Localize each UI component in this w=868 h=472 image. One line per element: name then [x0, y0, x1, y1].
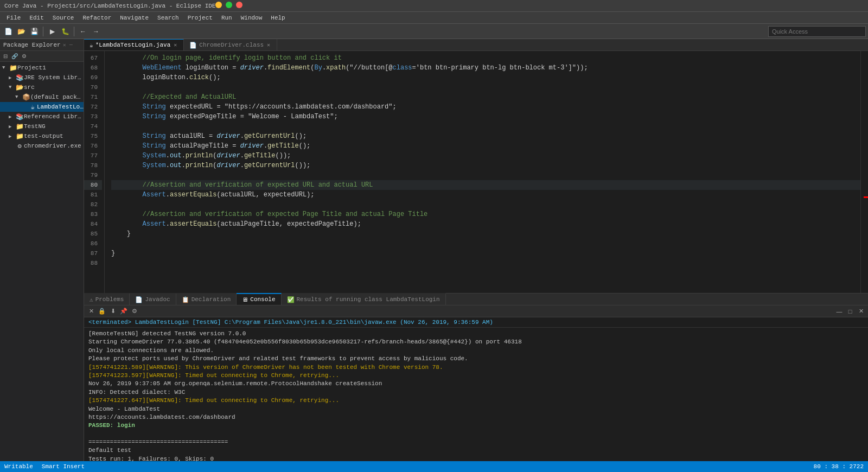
line-numbers: 6768697071727374757677787980818283848586…	[84, 51, 105, 293]
console-line: [1574741227.647][WARNING]: Timed out con…	[88, 397, 864, 405]
panel-minimize[interactable]: —	[834, 307, 844, 316]
editor-tab-chromedriver-class[interactable]: 📄ChromeDriver.class✕	[184, 39, 277, 50]
code-line-76: String actualPageTitle = driver.getTitle…	[111, 141, 860, 151]
console-line: =======================================	[88, 438, 864, 447]
menu-navigate[interactable]: Navigate	[116, 12, 153, 23]
bottom-tab-console[interactable]: 🖥Console	[237, 293, 281, 305]
bottom-tab-label: Javadoc	[145, 296, 170, 303]
console-settings[interactable]: ⚙	[130, 307, 139, 316]
code-line-83: //Assertion and verification of expected…	[111, 209, 860, 219]
panel-close[interactable]: ✕	[856, 307, 866, 316]
bottom-tab-javadoc[interactable]: 📄Javadoc	[130, 293, 176, 305]
tab-close[interactable]: ✕	[173, 42, 178, 48]
console-line: [1574741223.597][WARNING]: Timed out con…	[88, 372, 864, 380]
line-number-68: 68	[84, 63, 102, 73]
pe-collapse-all[interactable]: ⊟	[1, 52, 10, 61]
console-pin[interactable]: 📌	[119, 307, 129, 316]
menu-help[interactable]: Help	[266, 12, 289, 23]
pe-link-editor[interactable]: 🔗	[10, 52, 19, 61]
quick-access-input[interactable]	[768, 26, 866, 37]
bottom-tab-problems[interactable]: ⚠Problems	[84, 293, 130, 305]
tree-item-src[interactable]: ▼📂src	[0, 82, 84, 92]
menu-file[interactable]: File	[2, 12, 25, 23]
minimize-button[interactable]	[215, 2, 222, 8]
code-line-79	[111, 170, 860, 180]
line-number-70: 70	[84, 82, 102, 92]
line-number-86: 86	[84, 239, 102, 248]
status-position: 80 : 38 : 2722	[814, 463, 864, 470]
code-editor[interactable]: 6768697071727374757677787980818283848586…	[84, 51, 868, 293]
line-number-71: 71	[84, 92, 102, 102]
maximize-button[interactable]	[226, 2, 232, 8]
bottom-tab-icon: ✅	[287, 296, 295, 303]
pe-settings[interactable]: ⚙	[20, 52, 28, 61]
line-number-82: 82	[84, 200, 102, 209]
tree-item-test-output[interactable]: ▶📁test-output	[0, 131, 84, 141]
line-number-78: 78	[84, 161, 102, 170]
console-line: Default test	[88, 447, 864, 455]
bottom-tab-results-of-running-class-lambdatestlogin[interactable]: ✅Results of running class LambdaTestLogi…	[282, 293, 446, 305]
line-number-77: 77	[84, 151, 102, 161]
menu-window[interactable]: Window	[237, 12, 267, 23]
toolbar-open[interactable]: 📂	[15, 25, 27, 37]
toolbar-run[interactable]: ▶	[46, 25, 58, 37]
console-line: INFO: Detected dialect: W3C	[88, 388, 864, 397]
bottom-tab-label: Declaration	[192, 296, 231, 303]
tree-item-referenced-libraries[interactable]: ▶📚Referenced Libraries	[0, 112, 84, 122]
console-scroll-end[interactable]: ⬇	[108, 307, 118, 316]
menu-edit[interactable]: Edit	[25, 12, 48, 23]
menu-source[interactable]: Source	[48, 12, 79, 23]
bottom-tab-declaration[interactable]: 📋Declaration	[176, 293, 237, 305]
tree-icon: 📚	[15, 74, 24, 82]
tab-close[interactable]: ✕	[266, 42, 271, 48]
menu-search[interactable]: Search	[153, 12, 183, 23]
tab-label: *LambdaTestLogin.java	[95, 42, 171, 48]
tree-item-project1[interactable]: ▼📁Project1	[0, 63, 84, 73]
code-content[interactable]: //On login page, identify login button a…	[105, 51, 860, 293]
toolbar-debug[interactable]: 🐛	[59, 25, 71, 37]
menu-run[interactable]: Run	[217, 12, 237, 23]
console-line: Tests run: 1, Failures: 0, Skips: 0	[88, 455, 864, 461]
console-clear[interactable]: ✕	[86, 307, 96, 316]
console-output[interactable]: [RemoteTestNG] detected TestNG version 7…	[84, 328, 868, 461]
bottom-tab-icon: 📄	[135, 296, 143, 303]
tree-item-lambdatestlogin-ja[interactable]: ☕LambdaTestLogin.ja	[0, 102, 84, 112]
editor-tab--lambdatestlogin-java[interactable]: ☕*LambdaTestLogin.java✕	[84, 39, 184, 50]
tree-icon: 📁	[15, 123, 24, 131]
toolbar-forward[interactable]: →	[90, 25, 102, 37]
toolbar-save[interactable]: 💾	[28, 25, 40, 37]
menu-project[interactable]: Project	[183, 12, 217, 23]
close-button[interactable]	[236, 2, 242, 8]
menu-bar: FileEditSourceRefactorNavigateSearchProj…	[0, 12, 868, 24]
error-annotation	[864, 196, 868, 198]
tree-item-testng[interactable]: ▶📁TestNG	[0, 122, 84, 131]
toolbar-new[interactable]: 📄	[2, 25, 14, 37]
code-line-75: String actualURL = driver.getCurrentUrl(…	[111, 131, 860, 141]
console-scroll-lock[interactable]: 🔒	[97, 307, 107, 316]
console-line: [1574741221.589][WARNING]: This version …	[88, 363, 864, 372]
tree-icon: 📁	[9, 64, 17, 72]
tree-item-chromedriver-exe[interactable]: ⚙chromedriver.exe	[0, 141, 84, 151]
pe-menu-icon[interactable]: ✕	[63, 42, 66, 48]
pe-minimize-icon[interactable]: —	[69, 42, 73, 48]
tree-label: (default package)	[30, 94, 84, 100]
console-line: [RemoteTestNG] detected TestNG version 7…	[88, 330, 864, 338]
tree-item-jre-system-library--javase----[interactable]: ▶📚JRE System Library [JavaSE...]	[0, 73, 84, 82]
line-number-69: 69	[84, 73, 102, 82]
tree-arrow: ▶	[9, 114, 15, 120]
panel-maximize[interactable]: □	[845, 307, 855, 316]
toolbar-back[interactable]: ←	[77, 25, 89, 37]
editor-scrollbar[interactable]	[860, 51, 868, 293]
menu-refactor[interactable]: Refactor	[78, 12, 116, 23]
console-line: Welcome - LambdaTest	[88, 405, 864, 413]
console-line: Please protect ports used by ChromeDrive…	[88, 355, 864, 363]
pe-header: Package Explorer ✕ —	[0, 39, 84, 51]
bottom-tab-label: Problems	[95, 296, 124, 303]
tree-icon: 📦	[22, 93, 30, 101]
tree-arrow: ▶	[9, 133, 15, 139]
code-line-84: Assert.assertEquals(actualPageTitle, exp…	[111, 219, 860, 229]
tree-item--default-package-[interactable]: ▼📦(default package)	[0, 92, 84, 102]
bottom-tab-label: Console	[250, 296, 275, 303]
tree-arrow: ▼	[9, 85, 15, 90]
tree-label: JRE System Library [JavaSE...]	[24, 74, 84, 81]
